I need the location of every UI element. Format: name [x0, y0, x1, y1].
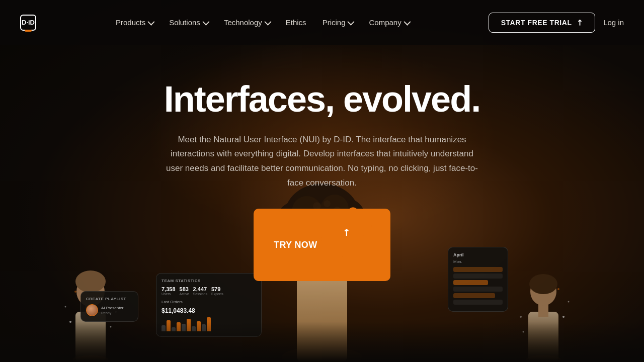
- arrow-diagonal-icon: ↗: [319, 205, 373, 259]
- hero-section: Interfaces, evolved. Meet the Natural Us…: [0, 45, 644, 306]
- hero-subtitle: Meet the Natural User Interface (NUI) by…: [164, 133, 480, 191]
- hero-title: Interfaces, evolved.: [164, 80, 480, 119]
- chevron-down-icon: [264, 18, 271, 25]
- nav-link-company[interactable]: Company: [362, 14, 416, 31]
- nav-link-products[interactable]: Products: [109, 14, 160, 31]
- chevron-down-icon: [202, 18, 209, 25]
- nav-link-solutions[interactable]: Solutions: [162, 14, 215, 31]
- start-free-trial-button[interactable]: START FREE TRIAL ↗: [489, 13, 595, 33]
- chevron-down-icon: [147, 18, 154, 25]
- logo-icon: D·iD: [20, 15, 36, 31]
- nav-item-company[interactable]: Company: [362, 14, 416, 31]
- login-button[interactable]: Log in: [603, 18, 624, 27]
- logo[interactable]: D·iD: [20, 15, 36, 31]
- nav-links: Products Solutions Technology Ethics Pri…: [109, 14, 416, 31]
- chevron-down-icon: [348, 18, 355, 25]
- nav-item-technology[interactable]: Technology: [217, 14, 277, 31]
- nav-right: START FREE TRIAL ↗ Log in: [489, 13, 624, 33]
- nav-link-pricing[interactable]: Pricing: [315, 14, 360, 31]
- arrow-icon: ↗: [574, 17, 585, 28]
- nav-item-solutions[interactable]: Solutions: [162, 14, 215, 31]
- nav-link-ethics[interactable]: Ethics: [279, 14, 313, 31]
- try-now-button[interactable]: TRY NOW ↗: [254, 209, 390, 281]
- hero-content: Interfaces, evolved. Meet the Natural Us…: [0, 45, 644, 306]
- nav-link-technology[interactable]: Technology: [217, 14, 277, 31]
- nav-item-products[interactable]: Products: [109, 14, 160, 31]
- navbar: D·iD Products Solutions Technology Eth: [0, 0, 644, 45]
- chevron-down-icon: [404, 18, 411, 25]
- nav-item-ethics[interactable]: Ethics: [279, 14, 313, 31]
- nav-item-pricing[interactable]: Pricing: [315, 14, 360, 31]
